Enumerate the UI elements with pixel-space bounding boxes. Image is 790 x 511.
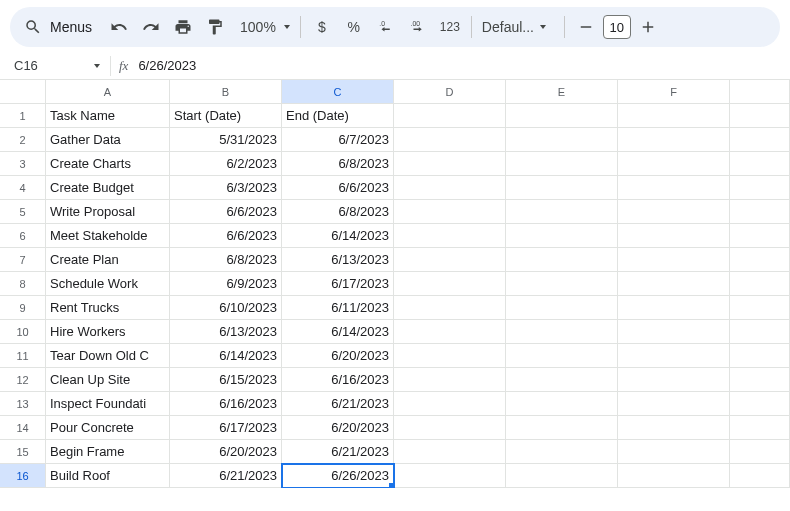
cell[interactable]: 6/14/2023: [282, 320, 394, 344]
cell[interactable]: [506, 128, 618, 152]
cell[interactable]: [730, 296, 790, 320]
column-header[interactable]: B: [170, 80, 282, 104]
cell[interactable]: 6/17/2023: [170, 416, 282, 440]
cell[interactable]: [394, 248, 506, 272]
cell[interactable]: 6/8/2023: [170, 248, 282, 272]
cell[interactable]: [394, 296, 506, 320]
cell[interactable]: [506, 464, 618, 488]
cell[interactable]: [394, 200, 506, 224]
cell[interactable]: [618, 128, 730, 152]
cell[interactable]: Write Proposal: [46, 200, 170, 224]
cell[interactable]: [394, 320, 506, 344]
column-header[interactable]: A: [46, 80, 170, 104]
cell[interactable]: 6/13/2023: [170, 320, 282, 344]
cell[interactable]: 6/21/2023: [282, 392, 394, 416]
cell[interactable]: [394, 104, 506, 128]
cell[interactable]: Begin Frame: [46, 440, 170, 464]
row-header[interactable]: 2: [0, 128, 46, 152]
font-size-input[interactable]: [603, 15, 631, 39]
cell[interactable]: Build Roof: [46, 464, 170, 488]
cell[interactable]: [618, 272, 730, 296]
cell[interactable]: [730, 224, 790, 248]
cell[interactable]: 6/26/2023: [282, 464, 394, 488]
cell[interactable]: Task Name: [46, 104, 170, 128]
cell[interactable]: Inspect Foundati: [46, 392, 170, 416]
cell[interactable]: [506, 344, 618, 368]
column-header[interactable]: D: [394, 80, 506, 104]
font-size-increase-button[interactable]: [633, 12, 663, 42]
cell[interactable]: [394, 152, 506, 176]
column-header[interactable]: [730, 80, 790, 104]
cell[interactable]: [730, 248, 790, 272]
column-header[interactable]: E: [506, 80, 618, 104]
cell[interactable]: Meet Stakeholde: [46, 224, 170, 248]
row-header[interactable]: 7: [0, 248, 46, 272]
cell[interactable]: [730, 176, 790, 200]
cell[interactable]: Gather Data: [46, 128, 170, 152]
cell[interactable]: [506, 224, 618, 248]
cell[interactable]: 6/15/2023: [170, 368, 282, 392]
cell[interactable]: Pour Concrete: [46, 416, 170, 440]
cell[interactable]: [394, 128, 506, 152]
cell[interactable]: Rent Trucks: [46, 296, 170, 320]
percent-button[interactable]: %: [339, 12, 369, 42]
paint-format-button[interactable]: [200, 12, 230, 42]
row-header[interactable]: 8: [0, 272, 46, 296]
cell[interactable]: [730, 440, 790, 464]
undo-button[interactable]: [104, 12, 134, 42]
cell[interactable]: 6/6/2023: [282, 176, 394, 200]
cell[interactable]: [618, 392, 730, 416]
cell[interactable]: [730, 272, 790, 296]
redo-button[interactable]: [136, 12, 166, 42]
cell[interactable]: [730, 128, 790, 152]
cell[interactable]: 6/16/2023: [170, 392, 282, 416]
cell[interactable]: Schedule Work: [46, 272, 170, 296]
increase-decimal-button[interactable]: .00: [403, 12, 433, 42]
cell[interactable]: [394, 464, 506, 488]
cell[interactable]: [618, 296, 730, 320]
cell[interactable]: [730, 416, 790, 440]
cell[interactable]: [730, 464, 790, 488]
font-size-decrease-button[interactable]: [571, 12, 601, 42]
font-family-dropdown[interactable]: Defaul...: [478, 19, 558, 35]
select-all-corner[interactable]: [0, 80, 46, 104]
row-header[interactable]: 5: [0, 200, 46, 224]
row-header[interactable]: 3: [0, 152, 46, 176]
cell[interactable]: 6/13/2023: [282, 248, 394, 272]
cell[interactable]: 6/2/2023: [170, 152, 282, 176]
cell[interactable]: [618, 344, 730, 368]
column-header[interactable]: C: [282, 80, 394, 104]
cell[interactable]: 6/14/2023: [170, 344, 282, 368]
row-header[interactable]: 13: [0, 392, 46, 416]
cell[interactable]: [506, 368, 618, 392]
cell[interactable]: 6/8/2023: [282, 200, 394, 224]
row-header[interactable]: 6: [0, 224, 46, 248]
cell[interactable]: [394, 344, 506, 368]
decrease-decimal-button[interactable]: .0: [371, 12, 401, 42]
cell[interactable]: 6/11/2023: [282, 296, 394, 320]
cell[interactable]: [506, 104, 618, 128]
cell[interactable]: [730, 344, 790, 368]
cell[interactable]: [506, 248, 618, 272]
cell[interactable]: [730, 368, 790, 392]
row-header[interactable]: 4: [0, 176, 46, 200]
cell[interactable]: [618, 176, 730, 200]
cell[interactable]: [618, 440, 730, 464]
cell[interactable]: 6/7/2023: [282, 128, 394, 152]
cell[interactable]: 6/6/2023: [170, 224, 282, 248]
row-header[interactable]: 12: [0, 368, 46, 392]
cell[interactable]: 6/20/2023: [282, 416, 394, 440]
cell[interactable]: 6/16/2023: [282, 368, 394, 392]
cell[interactable]: [618, 320, 730, 344]
cell[interactable]: End (Date): [282, 104, 394, 128]
cell[interactable]: [394, 416, 506, 440]
cell[interactable]: 6/8/2023: [282, 152, 394, 176]
cell[interactable]: 6/9/2023: [170, 272, 282, 296]
cell[interactable]: [730, 200, 790, 224]
cell[interactable]: [394, 272, 506, 296]
cell[interactable]: [506, 176, 618, 200]
cell[interactable]: [618, 152, 730, 176]
cell[interactable]: [394, 176, 506, 200]
cell[interactable]: Hire Workers: [46, 320, 170, 344]
cell[interactable]: 6/20/2023: [170, 440, 282, 464]
